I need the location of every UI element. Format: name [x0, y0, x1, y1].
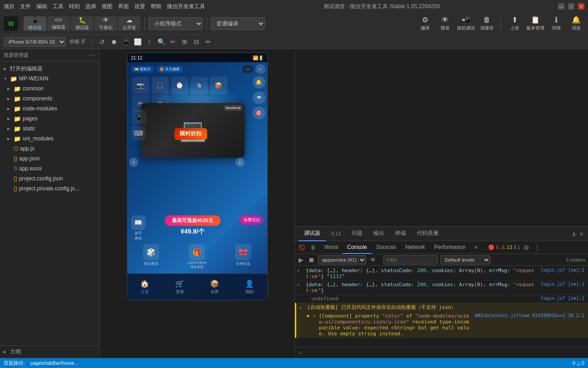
compile-button[interactable]: ⚙ 编译 [417, 15, 433, 31]
file-app-wxss[interactable]: ▶ S app.wxss [0, 164, 99, 174]
panel-close-button[interactable]: × [579, 229, 584, 239]
menu-edit[interactable]: 编辑 [36, 3, 47, 10]
version-button[interactable]: 📋 版本管理 [526, 15, 544, 31]
free-trial-button[interactable]: 免费试玩 [240, 215, 264, 225]
editor-button[interactable]: </> 编辑器 [47, 16, 70, 31]
menu-help[interactable]: 帮助 [151, 3, 162, 10]
menu-interface[interactable]: 界面 [118, 3, 129, 10]
menu-project[interactable]: 项目 [4, 3, 15, 10]
realdev-button[interactable]: 📲 真机调试 [457, 15, 475, 31]
mode-select[interactable]: 小程序模式 [148, 17, 203, 30]
simulator-button[interactable]: 📱 模拟器 [24, 16, 46, 31]
tab-more[interactable]: » [470, 241, 482, 254]
tab-terminal[interactable]: 终端 [390, 227, 412, 241]
root-folder[interactable]: ▼ 📁 MP-WEIXIN [0, 74, 99, 84]
visibility-button[interactable]: 👁 可视化 [94, 16, 117, 31]
message-button[interactable]: 🔔 消息 [568, 15, 584, 31]
folder-static[interactable]: ▶ 📁 static [0, 124, 99, 134]
menu-settings[interactable]: 设置 [134, 3, 145, 10]
nav-arrow-right[interactable]: › [235, 158, 245, 167]
maximize-button[interactable]: □ [568, 3, 574, 10]
close-button[interactable]: × [578, 3, 584, 10]
context-select[interactable]: appservice (#1) [318, 255, 366, 264]
nav-storage[interactable]: 📦 仓库 [197, 274, 232, 300]
panel-collapse-button[interactable]: ∧ [571, 229, 577, 239]
file-app-js[interactable]: ▶ ⬡ app.js [0, 144, 99, 154]
menu-tools[interactable]: 工具 [53, 3, 64, 10]
center-info: 最高可退差4520元 ¥49.9/个 [146, 215, 240, 241]
preview-button[interactable]: 👁 预览 [437, 16, 453, 31]
tab-output[interactable]: 输出 [368, 227, 390, 241]
window-controls[interactable]: — □ × [558, 3, 584, 10]
debug-tab-bar: 调试器 6,13 问题 输出 终端 代码质量 [295, 227, 588, 241]
file-project-config-icon: {} [14, 175, 17, 182]
cloud-button[interactable]: ☁ 云开发 [118, 16, 141, 31]
nav-home[interactable]: 🏠 主页 [127, 274, 162, 300]
tab-codequality[interactable]: 代码质量 [412, 227, 444, 241]
corner-btn-1[interactable]: 🔔 [253, 76, 265, 89]
corner-btn-2[interactable]: ❤ [253, 91, 265, 104]
menu-wechat[interactable]: 微信开发者工具 [167, 3, 205, 10]
folder-pages[interactable]: ▶ 📁 pages [0, 114, 99, 124]
nav-shop[interactable]: 🛒 货场 [162, 274, 197, 300]
corner-btn-3[interactable]: 🎯 [253, 107, 265, 119]
folder-common[interactable]: ▶ 📁 common [0, 84, 99, 94]
folder-node-modules[interactable]: ▶ 📁 node-modules [0, 104, 99, 114]
product-badge: MacBook [224, 105, 242, 111]
refresh-button[interactable]: ↺ [97, 37, 107, 47]
grid-button[interactable]: ⊞ [180, 37, 190, 47]
upload-button[interactable]: ⬆ 上传 [506, 15, 523, 31]
tab-sources[interactable]: Sources [372, 241, 401, 254]
minimize-button[interactable]: — [558, 3, 564, 10]
nav-arrow-left[interactable]: ‹ [129, 158, 138, 167]
pause-button[interactable]: ⏸ [309, 243, 317, 252]
record-button[interactable]: ⏺ [109, 37, 119, 47]
tab-debugger[interactable]: 调试器 [299, 227, 326, 241]
inspect-button[interactable]: 🔍 [156, 37, 166, 47]
phone-view-button[interactable]: 📱 [121, 37, 131, 47]
outline-section[interactable]: ▶ 大纲 [0, 345, 99, 358]
menu-goto[interactable]: 转到 [69, 3, 80, 10]
folder-uni-modules[interactable]: ▶ 📁 uni_modules [0, 134, 99, 144]
dots-button[interactable]: ··· [242, 65, 253, 73]
menu-view[interactable]: 视图 [102, 3, 113, 10]
close-circle-button[interactable]: × [255, 64, 265, 74]
tab-wxml[interactable]: Wxml [320, 241, 343, 254]
run-button[interactable]: ▶ [298, 255, 304, 264]
folder-components[interactable]: ▶ 📁 components [0, 94, 99, 104]
clearcache-button[interactable]: 🗑 清缓存 [479, 16, 495, 31]
tab-network[interactable]: Network [401, 241, 430, 254]
minus-button[interactable]: ⊟ [191, 37, 201, 47]
explorer-more-button[interactable]: ⋯ [89, 52, 96, 59]
debugger-button[interactable]: 🐛 调试器 [71, 16, 93, 31]
device-select[interactable]: iPhone 6/7/8 85% 16 [4, 37, 66, 47]
menu-file[interactable]: 文件 [20, 3, 31, 10]
settings-button[interactable]: ⚙ [523, 243, 530, 252]
compile-select[interactable]: 普通编译 [211, 17, 265, 30]
tab-linecol[interactable]: 6,13 [326, 227, 346, 241]
file-app-json[interactable]: ▶ {} app.json [0, 154, 99, 164]
console-input[interactable] [304, 350, 584, 356]
tab-problems[interactable]: 问题 [346, 227, 368, 241]
eye-button[interactable]: 👁 [369, 255, 377, 264]
scroll-button[interactable]: ↕ [144, 37, 154, 47]
stop-button[interactable]: ⏹ [307, 255, 315, 264]
tab-performance[interactable]: Performance [430, 241, 470, 254]
level-select[interactable]: Default levels [441, 255, 490, 264]
more-options-button[interactable]: ⋮ [533, 243, 541, 252]
fullscreen-button[interactable]: ⬜ [132, 37, 142, 47]
file-project-config[interactable]: ▶ {} project.config.json [0, 174, 99, 184]
detail-button[interactable]: ℹ 详情 [548, 15, 564, 31]
clear-console-button[interactable]: 🚫 [298, 244, 306, 252]
menu-select[interactable]: 选择 [85, 3, 96, 10]
tab-console[interactable]: Console [343, 241, 372, 254]
open-editors-section[interactable]: ▶ 打开的编辑器 [0, 64, 99, 74]
pen-button[interactable]: ✏ [203, 37, 213, 47]
menu-bar[interactable]: 项目 文件 编辑 工具 转到 选择 视图 界面 设置 帮助 微信开发者工具 [4, 3, 205, 10]
product-item-3: ⌚ [171, 77, 188, 94]
filter-input[interactable] [383, 255, 438, 264]
file-project-private[interactable]: ▶ {} project.private.config.js... [0, 184, 99, 194]
cut-button[interactable]: ✂ [168, 37, 178, 47]
nav-profile[interactable]: 👤 我的 [232, 274, 267, 300]
log-entry-4: ⚠ [自动热重载] 已开启代码文件保存后自动热重载（不支持 json） [295, 303, 588, 312]
